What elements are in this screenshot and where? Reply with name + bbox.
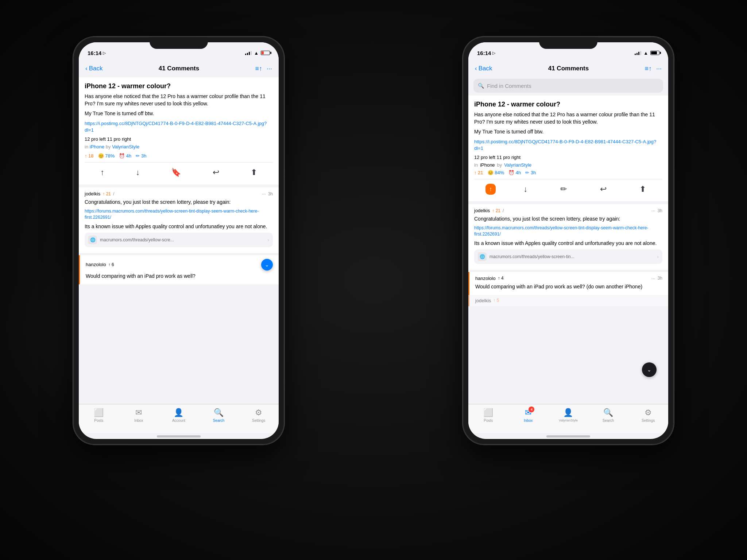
comment-more-right[interactable]: ··· [651,208,655,213]
comment-votes-1-left: ↑ 21 [102,191,111,197]
comment-link-preview-1-left[interactable]: 🌐 macrumors.com/threads/yellow-scre... › [85,233,273,247]
inbox-icon-right: ✉ 4 [525,408,531,417]
wifi-icon-left: ▲ [254,50,259,56]
signal-bars-left [245,51,252,55]
comment-link-1-right[interactable]: https://forums.macrumors.com/threads/yel… [474,225,662,237]
link-preview-globe-icon-right: 🌐 [478,252,487,261]
post-body-left: Has anyone else noticed that the 12 Pro … [85,93,273,107]
post-body-right: Has anyone else noticed that the 12 Pro … [474,111,662,125]
post-meta-left: 12 pro left 11 pro right [85,136,273,142]
link-preview-text-1-right: macrumors.com/threads/yellow-screen-tin.… [489,254,654,259]
settings-icon-left: ⚙ [255,408,262,417]
nav-actions-right: ≡↑ ··· [645,65,662,73]
status-time-left: 16:14 [88,50,101,56]
post-actions-right: ↑ ↓ ✏ ↩ ⬆ [474,179,662,198]
upvote-btn-left[interactable]: ↑ [95,166,109,179]
signal-bars-right [635,51,641,55]
tab-settings-left[interactable]: ⚙ Settings [248,408,270,423]
post-author-right[interactable]: ValyrianStyle [504,162,531,168]
back-button-right[interactable]: ‹ Back [475,65,492,72]
tab-settings-right[interactable]: ⚙ Settings [637,408,659,423]
post-card-right: iPhone 12 - warmer colour? Has anyone el… [468,96,668,201]
back-button-left[interactable]: ‹ Back [85,65,102,72]
tab-posts-right[interactable]: ⬜ Posts [477,408,499,423]
tab-search-right[interactable]: 🔍 Search [597,408,619,423]
posts-icon-right: ⬜ [483,408,493,417]
back-label-left[interactable]: Back [89,65,103,72]
status-time-right: 16:14 [477,50,491,56]
partial-comment-header-right: hanzololo ↑ 4 ··· 3h [475,276,662,281]
tab-search-left[interactable]: 🔍 Search [208,408,230,423]
phone-right: 16:14 ▷ ▲ [462,36,674,445]
find-in-comments-bar[interactable]: 🔍 Find in Comments [473,79,663,93]
link-preview-arrow-right: › [657,254,659,260]
location-icon-right: ▷ [492,51,495,55]
home-indicator-left [157,435,201,438]
scroll-down-btn-right[interactable]: ⌄ [642,362,657,377]
comment-link-preview-1-right[interactable]: 🌐 macrumors.com/threads/yellow-screen-ti… [474,249,662,264]
tab-inbox-right[interactable]: ✉ 4 Inbox [517,408,539,423]
more-icon-right[interactable]: ··· [656,65,662,73]
tab-inbox-left[interactable]: ✉ Inbox [128,408,150,423]
post-link-right[interactable]: https://i.postimg.cc/8DjNTGQj/CD41774-B-… [474,139,662,152]
chevron-back-icon-right: ‹ [475,65,477,72]
nav-bar-right: ‹ Back 41 Comments ≡↑ ··· [468,60,668,77]
comment-body2-1-left: Its a known issue with Apples quality co… [85,223,273,230]
tab-bar-right: ⬜ Posts ✉ 4 Inbox 👤 ValyrianStyle [468,404,668,433]
partial-votes-left: ↑ 6 [108,262,114,267]
sort-icon-right[interactable]: ≡↑ [645,65,652,73]
back-label-right[interactable]: Back [479,65,492,72]
link-preview-text-1-left: macrumors.com/threads/yellow-scre... [100,237,264,242]
comment-header-1-right: jodelkis ↑ 21 / ··· 3h [474,208,662,213]
tab-user-right[interactable]: 👤 ValyrianStyle [557,408,579,422]
post-age1-right: ⏰ 4h [508,170,521,175]
comment-edit-icon-right: / [503,208,504,213]
tab-posts-left[interactable]: ⬜ Posts [88,408,110,423]
tab-posts-label-left: Posts [94,419,103,423]
tab-account-left[interactable]: 👤 Account [168,408,190,423]
partial-comment-left: hanzololo ↑ 6 ⌄ Would comparing with an … [79,255,279,284]
comment-link-1-left[interactable]: https://forums.macrumors.com/threads/yel… [85,208,273,221]
share-btn-right[interactable]: ⬆ [634,182,651,196]
tab-posts-label-right: Posts [484,419,493,423]
post-in-label-left: in iPhone by ValyrianStyle [85,144,139,149]
share-btn-left[interactable]: ⬆ [245,166,262,179]
reply-btn-left[interactable]: ↩ [208,166,224,179]
downvote-btn-right[interactable]: ↓ [518,182,533,196]
reply-btn-right[interactable]: ↩ [595,182,612,196]
tab-inbox-label-left: Inbox [134,419,143,423]
partial-body-right: Would comparing with an iPad pro work as… [475,283,662,291]
upvote-btn-right[interactable]: ↑ [485,184,496,195]
wifi-icon-right: ▲ [643,50,648,56]
comment-age-1-right: 3h [658,208,662,213]
comment-more-left[interactable]: ··· [262,191,266,197]
post-upvotes-left: ↑ 18 [85,153,94,159]
nav-title-right: 41 Comments [548,65,589,72]
post-by-right: by [497,162,502,168]
post-title-right: iPhone 12 - warmer colour? [474,101,662,108]
nav-bar-left: ‹ Back 41 Comments ≡↑ ··· [79,60,279,77]
chevron-back-icon-left: ‹ [85,65,88,72]
downvote-btn-left[interactable]: ↓ [131,166,145,179]
scroll-down-btn-left[interactable]: ⌄ [261,259,273,271]
chevron-down-icon-left: ⌄ [265,262,269,268]
edit-btn-right[interactable]: ✏ [555,182,572,196]
tab-search-label-left: Search [213,419,225,423]
tab-inbox-label-right: Inbox [524,419,533,423]
bookmark-btn-left[interactable]: 🔖 [166,166,186,179]
post-age2-left: ✏ 3h [136,153,146,159]
post-tone-left: My True Tone is turned off btw. [85,110,273,117]
partial-body-left: Would comparing with an iPad pro work as… [86,273,273,280]
more-icon-left[interactable]: ··· [267,65,272,73]
tab-user-label-right: ValyrianStyle [559,419,578,422]
post-age2-right: ✏ 3h [525,170,536,175]
inbox-badge-right: 4 [529,407,534,412]
post-link-left[interactable]: https://i.postimg.cc/8DjNTGQj/CD41774-B-… [85,120,273,133]
search-icon-right: 🔍 [603,408,613,417]
phone-left: 16:14 ▷ ▲ [73,36,285,445]
nav-actions-left: ≡↑ ··· [255,65,272,73]
chevron-down-icon-right: ⌄ [647,367,651,373]
sort-icon-left[interactable]: ≡↑ [255,65,262,73]
partial-more-right[interactable]: ··· [651,276,655,281]
location-icon-left: ▷ [103,51,106,55]
